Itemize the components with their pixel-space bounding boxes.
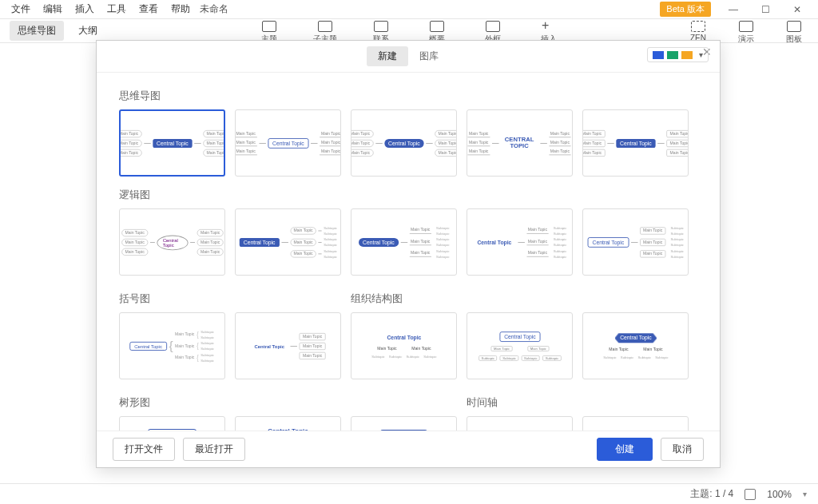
window-minimize[interactable]: —: [717, 1, 749, 18]
template-logic-4[interactable]: Central Topic Main TopicSubtopicSubtopic…: [467, 208, 573, 276]
relation-icon: [374, 21, 388, 32]
boundary-icon: [486, 21, 500, 32]
section-mindmap-title: 思维导图: [119, 89, 697, 103]
dialog-tabs: 新建 图库 ▾: [97, 41, 720, 73]
create-button[interactable]: 创建: [597, 438, 653, 461]
subtopic-icon: [318, 21, 332, 32]
dialog-tab-library[interactable]: 图库: [408, 46, 450, 66]
color-swatch-blue: [653, 51, 664, 59]
zen-icon: [691, 21, 705, 32]
chevron-down-icon[interactable]: ▾: [803, 490, 807, 498]
present-icon: [739, 21, 753, 32]
template-org-2[interactable]: Central Topic Main TopicMain Topic Subto…: [467, 312, 573, 379]
zoom-level[interactable]: 100%: [767, 489, 792, 500]
section-tree-title: 树形图: [119, 395, 457, 410]
tab-outline[interactable]: 大纲: [70, 21, 105, 41]
window-close[interactable]: ✕: [781, 1, 813, 18]
menu-edit[interactable]: 编辑: [37, 1, 69, 18]
window-maximize[interactable]: ☐: [749, 1, 781, 18]
menu-tools[interactable]: 工具: [101, 1, 133, 18]
statusbar: 主题: 1 / 4 100% ▾: [0, 483, 818, 504]
template-logic-3[interactable]: Central Topic Main TopicSubtopicSubtopic…: [351, 208, 457, 276]
template-org-3[interactable]: Central Topic Main TopicMain Topic Subto…: [582, 312, 689, 379]
template-bracket-1[interactable]: Central Topic { Main Topic{SubtopicSubto…: [119, 312, 225, 379]
section-bracket-title: 括号图: [119, 292, 341, 306]
menu-view[interactable]: 查看: [133, 1, 165, 18]
menubar: 文件 编辑 插入 工具 查看 帮助 未命名 Beta 版本 — ☐ ✕: [0, 0, 818, 19]
template-gallery[interactable]: 思维导图 Main TopicMain TopicMain Topic Cent…: [97, 73, 720, 431]
template-logic-1[interactable]: Main TopicMain TopicMain Topic Central T…: [119, 208, 225, 276]
recent-button[interactable]: 最近打开: [183, 438, 245, 461]
topic-count: 主题: 1 / 4: [690, 487, 733, 501]
template-logic-2[interactable]: Central Topic Main TopicSubtopicSubtopic…: [235, 208, 341, 276]
template-mindmap-4[interactable]: Main TopicMain TopicMain Topic CENTRALTO…: [467, 109, 573, 177]
plus-icon: +: [542, 21, 556, 32]
cancel-button[interactable]: 取消: [661, 438, 704, 461]
menu-file[interactable]: 文件: [5, 1, 37, 18]
theme-color-picker[interactable]: ▾: [647, 47, 709, 62]
menu-help[interactable]: 帮助: [165, 1, 197, 18]
color-swatch-orange: [681, 51, 693, 59]
topic-icon: [262, 21, 276, 32]
template-timeline-1[interactable]: Central Topic Main Topic Main Topic: [467, 416, 573, 431]
template-tree-1[interactable]: Central Topic: [119, 416, 225, 431]
template-mindmap-3[interactable]: Main TopicMain TopicMain Topic Central T…: [351, 109, 457, 177]
summary-icon: [430, 21, 444, 32]
dialog-footer: 打开文件 最近打开 创建 取消: [97, 431, 720, 467]
menu-insert[interactable]: 插入: [69, 1, 101, 18]
tb-iconboard[interactable]: 图板: [778, 21, 810, 45]
map-overview-icon[interactable]: [745, 489, 756, 500]
template-mindmap-5[interactable]: Main TopicMain TopicMain Topic Central T…: [582, 109, 689, 177]
template-org-1[interactable]: Central Topic Main TopicMain Topic Subto…: [351, 312, 457, 379]
tb-present[interactable]: 演示: [730, 21, 762, 45]
dialog-tab-new[interactable]: 新建: [367, 46, 408, 66]
beta-badge: Beta 版本: [660, 2, 711, 17]
iconboard-icon: [787, 21, 801, 32]
template-tree-3[interactable]: Central Topic: [351, 416, 457, 431]
section-org-title: 组织结构图: [351, 292, 697, 306]
section-timeline-title: 时间轴: [467, 395, 697, 410]
template-mindmap-2[interactable]: Main TopicMain TopicMain Topic Central T…: [235, 109, 341, 177]
chevron-down-icon: ▾: [699, 50, 703, 59]
template-logic-5[interactable]: Central Topic Main TopicSubtopicSubtopic…: [582, 208, 689, 276]
color-swatch-green: [667, 51, 678, 59]
section-logic-title: 逻辑图: [119, 188, 697, 202]
document-title: 未命名: [200, 2, 228, 16]
template-timeline-2[interactable]: CentralTopic: [582, 416, 689, 431]
template-tree-2[interactable]: Central Topic Main TopicMain Topic: [235, 416, 341, 431]
template-mindmap-1[interactable]: Main TopicMain TopicMain Topic Central T…: [119, 109, 225, 177]
open-file-button[interactable]: 打开文件: [113, 438, 175, 461]
tab-mindmap[interactable]: 思维导图: [10, 21, 64, 41]
new-template-dialog: ✕ 新建 图库 ▾ 思维导图 Main TopicMain TopicMain …: [96, 40, 721, 468]
template-bracket-2[interactable]: Central Topic Main TopicMain TopicMain T…: [235, 312, 341, 379]
